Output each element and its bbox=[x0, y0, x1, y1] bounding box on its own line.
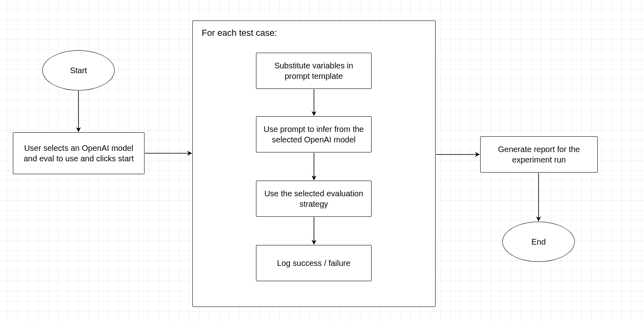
step2-label: Use prompt to infer from the selected Op… bbox=[261, 124, 366, 145]
step1-label: Substitute variables in prompt template bbox=[261, 60, 366, 81]
step-infer-model: Use prompt to infer from the selected Op… bbox=[256, 116, 372, 152]
user-select-label: User selects an OpenAI model and eval to… bbox=[18, 143, 139, 164]
end-node: End bbox=[502, 222, 575, 262]
step4-label: Log success / failure bbox=[277, 258, 350, 268]
start-label: Start bbox=[70, 65, 87, 76]
flowchart-canvas: Start User selects an OpenAI model and e… bbox=[0, 0, 644, 321]
step-evaluation-strategy: Use the selected evaluation strategy bbox=[256, 181, 372, 217]
loop-container-title: For each test case: bbox=[202, 27, 277, 39]
step-substitute-variables: Substitute variables in prompt template bbox=[256, 53, 372, 89]
generate-report-node: Generate report for the experiment run bbox=[480, 136, 598, 173]
user-select-node: User selects an OpenAI model and eval to… bbox=[13, 132, 144, 174]
step-log-result: Log success / failure bbox=[256, 245, 372, 281]
step3-label: Use the selected evaluation strategy bbox=[261, 188, 366, 209]
report-label: Generate report for the experiment run bbox=[485, 144, 592, 165]
end-label: End bbox=[531, 237, 546, 247]
start-node: Start bbox=[42, 50, 115, 91]
